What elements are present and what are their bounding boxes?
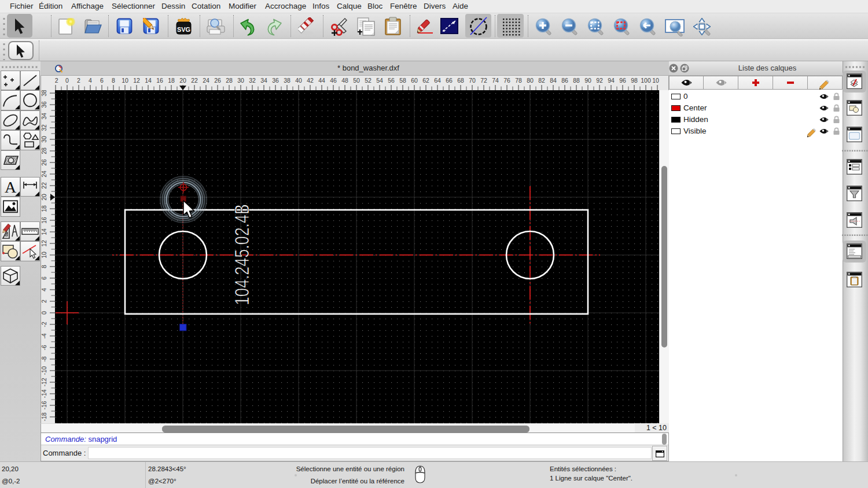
svg-text:48: 48	[341, 77, 348, 84]
svg-text:-6: -6	[41, 345, 47, 350]
svg-text:8: 8	[112, 77, 115, 84]
svg-text:32: 32	[41, 124, 47, 131]
svg-text:8: 8	[41, 265, 47, 268]
svg-text:6: 6	[41, 276, 47, 280]
svg-text:36: 36	[41, 101, 47, 108]
svg-text:38: 38	[41, 90, 47, 97]
svg-text:100: 100	[641, 77, 651, 84]
svg-text:14: 14	[41, 228, 47, 235]
svg-text:10: 10	[41, 252, 47, 258]
svg-text:22: 22	[41, 182, 47, 189]
svg-text:70: 70	[469, 77, 476, 84]
svg-text:10: 10	[122, 77, 128, 84]
svg-text:32: 32	[249, 77, 256, 84]
svg-text:-16: -16	[41, 401, 47, 409]
svg-text:46: 46	[330, 77, 337, 84]
svg-text:94: 94	[608, 77, 615, 84]
svg-text:A: A	[5, 178, 17, 196]
svg-text:-10: -10	[41, 366, 47, 375]
svg-text:30: 30	[41, 136, 47, 143]
svg-text:102: 102	[652, 77, 659, 84]
svg-text:4: 4	[89, 77, 92, 84]
svg-text:26: 26	[214, 77, 221, 84]
svg-text:86: 86	[561, 77, 568, 84]
svg-text:6: 6	[100, 77, 104, 84]
svg-text:52: 52	[365, 77, 372, 84]
svg-text:68: 68	[457, 77, 464, 84]
svg-text:4: 4	[41, 288, 47, 291]
svg-text:2: 2	[41, 300, 47, 303]
svg-text:SVG: SVG	[177, 26, 190, 33]
svg-text:-4: -4	[41, 333, 47, 338]
svg-text:60: 60	[411, 77, 418, 84]
svg-text:104.245.02.4B: 104.245.02.4B	[231, 204, 253, 305]
svg-text:74: 74	[492, 77, 499, 84]
svg-text:-2: -2	[55, 77, 58, 84]
svg-text:54: 54	[376, 77, 383, 84]
svg-text:42: 42	[307, 77, 314, 84]
svg-text:2: 2	[77, 77, 80, 84]
svg-text:72: 72	[480, 77, 487, 84]
svg-text:62: 62	[422, 77, 429, 84]
svg-text:38: 38	[284, 77, 290, 84]
svg-text:20: 20	[179, 77, 186, 84]
svg-text:30: 30	[237, 77, 244, 84]
svg-text:26: 26	[41, 159, 47, 166]
svg-text:24: 24	[203, 77, 209, 84]
svg-text:80: 80	[527, 77, 534, 84]
svg-text:44: 44	[318, 77, 325, 84]
svg-text:0: 0	[41, 311, 47, 315]
svg-text:28: 28	[226, 77, 233, 84]
svg-text:24: 24	[41, 171, 47, 178]
svg-text:22: 22	[191, 77, 198, 84]
svg-text:14: 14	[145, 77, 152, 84]
svg-text:20: 20	[41, 194, 47, 201]
svg-text:-8: -8	[41, 356, 47, 361]
svg-text:-12: -12	[41, 378, 47, 386]
svg-text:40: 40	[295, 77, 302, 84]
svg-text:82: 82	[538, 77, 545, 84]
svg-text:58: 58	[399, 77, 406, 84]
svg-text:18: 18	[168, 77, 175, 84]
svg-text:-14: -14	[41, 389, 47, 398]
svg-text:34: 34	[260, 77, 267, 84]
svg-text:12: 12	[41, 240, 47, 247]
svg-text:18: 18	[41, 205, 47, 212]
svg-text:0: 0	[65, 77, 69, 84]
svg-text:34: 34	[41, 113, 47, 120]
svg-text:-18: -18	[41, 412, 47, 421]
svg-text:78: 78	[515, 77, 522, 84]
svg-text:36: 36	[272, 77, 279, 84]
svg-text:16: 16	[41, 217, 47, 224]
svg-text:98: 98	[631, 77, 638, 84]
svg-text:28: 28	[41, 147, 47, 154]
svg-text:92: 92	[596, 77, 603, 84]
svg-text:12: 12	[133, 77, 140, 84]
svg-text:96: 96	[619, 77, 626, 84]
svg-text:84: 84	[550, 77, 557, 84]
svg-text:56: 56	[388, 77, 395, 84]
svg-text:16: 16	[156, 77, 163, 84]
svg-text:88: 88	[573, 77, 580, 84]
svg-text:90: 90	[584, 77, 591, 84]
svg-text:-2: -2	[41, 321, 47, 327]
svg-text:64: 64	[434, 77, 441, 84]
svg-text:76: 76	[503, 77, 510, 84]
svg-text:50: 50	[353, 77, 360, 84]
svg-text:66: 66	[446, 77, 453, 84]
